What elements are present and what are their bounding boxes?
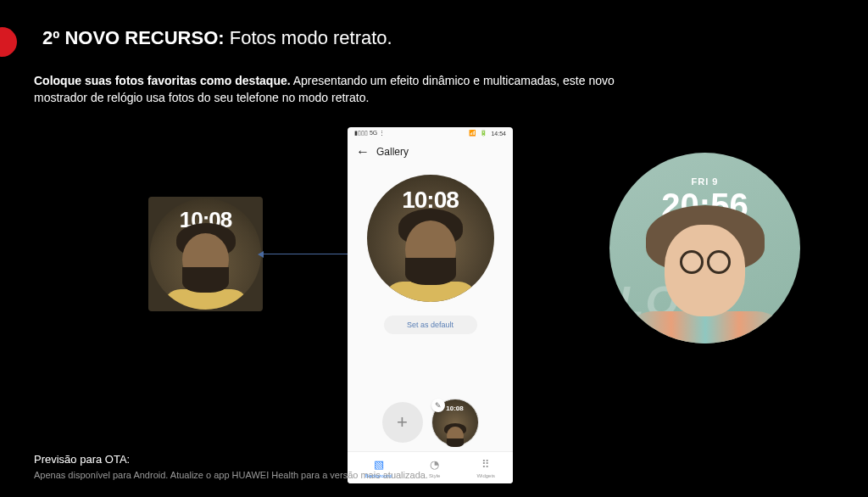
desc-bold: Coloque suas fotos favoritas como destaq… — [34, 74, 291, 87]
arrow-icon — [263, 254, 348, 254]
thumb-time: 10:08 — [446, 405, 463, 412]
edit-icon[interactable]: ✎ — [431, 399, 445, 412]
tab-widgets[interactable]: ⠿ Widgets — [476, 458, 495, 478]
screen-title: Gallery — [376, 146, 409, 158]
app-topbar: ← Gallery — [348, 139, 513, 165]
ota-text: Apenas disponível para Android. Atualize… — [34, 468, 428, 483]
status-wifi-icon: 📶 — [469, 130, 476, 137]
watch-day: FRI 9 — [692, 176, 719, 187]
glasses-icon — [678, 250, 732, 277]
portrait-person — [444, 423, 466, 447]
portrait-person — [384, 209, 477, 302]
back-icon[interactable]: ← — [356, 144, 370, 159]
ota-label: Previsão para OTA: — [34, 451, 428, 468]
ota-note: Previsão para OTA: Apenas disponível par… — [34, 451, 428, 482]
style-icon: ◔ — [428, 458, 442, 472]
phone-mockup: ▮▯▯▯ 5G ⋮ 📶🔋14:54 ← Gallery 10:08 Set as… — [348, 127, 513, 483]
tab-label: Style — [429, 473, 440, 478]
title-rest: Fotos modo retrato. — [225, 27, 392, 48]
tab-label: Widgets — [476, 473, 495, 478]
portrait-person — [164, 223, 248, 310]
status-time: 14:54 — [491, 131, 506, 137]
slide-title: 2º NOVO RECURSO: Fotos modo retrato. — [42, 27, 392, 49]
status-bar: ▮▯▯▯ 5G ⋮ 📶🔋14:54 — [348, 127, 513, 139]
status-battery-icon: 🔋 — [480, 130, 487, 137]
thumbnail-row: + ✎ 10:08 — [348, 399, 513, 446]
portrait-person-2 — [620, 205, 790, 343]
watchface-circle: 10:08 — [150, 198, 261, 310]
tab-style[interactable]: ◔ Style — [428, 458, 442, 478]
status-signal-icon: ▮▯▯▯ 5G ⋮ — [354, 130, 385, 137]
widgets-icon: ⠿ — [479, 458, 492, 472]
photo-thumbnail[interactable]: ✎ 10:08 — [431, 399, 479, 446]
watchface-square-preview: 10:08 — [148, 197, 263, 311]
accent-dot — [0, 27, 17, 57]
watchface-preview-large[interactable]: 10:08 — [367, 175, 494, 302]
slide-description: Coloque suas fotos favoritas como destaq… — [34, 73, 627, 106]
title-bold: 2º NOVO RECURSO: — [42, 27, 225, 48]
set-default-button[interactable]: Set as default — [384, 316, 477, 334]
watchface-example-round: FRI 9 20:56 LOVE — [609, 153, 800, 343]
add-photo-button[interactable]: + — [382, 402, 423, 443]
